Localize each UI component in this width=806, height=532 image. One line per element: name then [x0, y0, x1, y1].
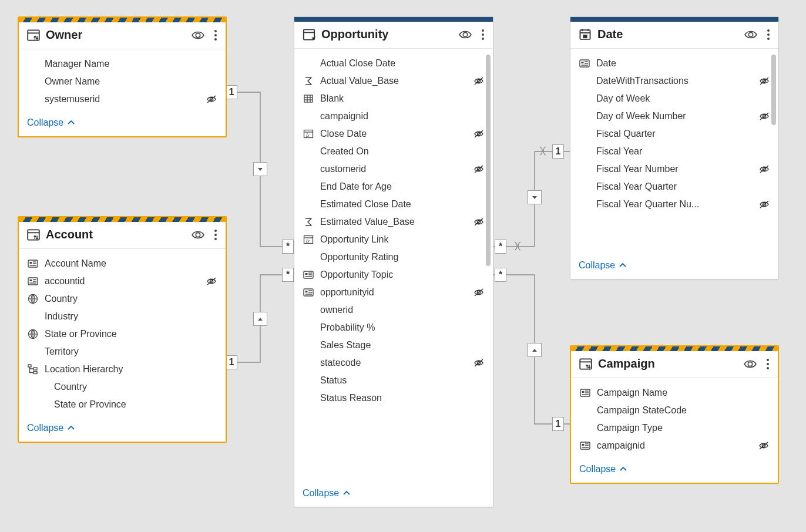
globe-icon [27, 294, 39, 304]
field-row[interactable]: Estimated Value_Base [297, 213, 491, 231]
table-card-date[interactable]: Date DateDateWithTransactionsDay of Week… [570, 16, 779, 280]
field-row[interactable]: Opportunity Rating [297, 248, 491, 266]
visibility-icon[interactable] [744, 28, 757, 41]
hidden-icon [206, 94, 219, 105]
field-row[interactable]: State or Province [21, 396, 223, 413]
collapse-button[interactable]: Collapse [19, 112, 226, 136]
field-label: Created On [320, 146, 467, 157]
field-row[interactable]: Blank [297, 90, 491, 107]
collapse-button[interactable]: Collapse [571, 458, 778, 483]
field-row[interactable]: Fiscal Year Quarter Nu... [573, 196, 776, 213]
field-row[interactable]: Sales Stage [297, 336, 491, 354]
field-row[interactable]: Fiscal Quarter [573, 125, 776, 143]
field-row[interactable]: statecode [297, 354, 491, 372]
more-menu-icon[interactable] [767, 28, 770, 41]
field-row[interactable]: Campaign Name [573, 384, 775, 402]
field-row[interactable]: Owner Name [21, 73, 223, 90]
field-row[interactable]: Opportunity Topic [297, 266, 491, 284]
field-row[interactable]: Status Reason [297, 389, 491, 407]
field-row[interactable]: Location Hierarchy [21, 361, 223, 378]
field-row[interactable]: opportunityid [297, 284, 491, 301]
table-card-opportunity[interactable]: Opportunity Actual Close DateActual Valu… [294, 16, 493, 507]
field-row[interactable]: ownerid [297, 301, 491, 319]
field-row[interactable]: DateWithTransactions [573, 72, 776, 90]
field-row[interactable]: Actual Value_Base [297, 72, 491, 90]
card-marker: 1 [552, 144, 564, 159]
collapse-button[interactable]: Collapse [19, 417, 226, 442]
field-row[interactable]: Opportunity Link [297, 231, 491, 248]
field-row[interactable]: Date [573, 55, 776, 72]
table-icon [27, 29, 40, 42]
field-row[interactable]: systemuserid [21, 90, 223, 108]
field-label: Day of Week [596, 93, 753, 104]
relation-direction-owner-opportunity[interactable] [253, 162, 267, 176]
field-row[interactable]: Day of Week Number [573, 107, 776, 125]
card-header[interactable]: Account [19, 222, 226, 249]
field-row[interactable]: Fiscal Year Quarter [573, 178, 776, 196]
table-icon [27, 228, 40, 241]
field-row[interactable]: Territory [21, 343, 223, 361]
more-menu-icon[interactable] [214, 228, 217, 241]
field-row[interactable]: Estimated Close Date [297, 196, 491, 213]
field-row[interactable]: Country [21, 378, 223, 396]
visibility-icon[interactable] [192, 29, 204, 42]
field-row[interactable]: Account Name [21, 255, 223, 272]
field-row[interactable]: Industry [21, 308, 223, 325]
chevron-up-icon [67, 424, 75, 432]
field-label: Opportunity Link [320, 234, 467, 245]
more-menu-icon[interactable] [214, 29, 217, 42]
collapse-button[interactable]: Collapse [570, 254, 778, 279]
field-row[interactable]: campaignid [573, 437, 775, 454]
collapse-label: Collapse [27, 423, 63, 433]
field-label: DateWithTransactions [596, 76, 753, 86]
field-row[interactable]: Manager Name [21, 55, 223, 73]
field-label: Country [45, 294, 200, 304]
more-menu-icon[interactable] [481, 28, 485, 41]
more-menu-icon[interactable] [766, 358, 770, 371]
visibility-icon[interactable] [459, 28, 472, 41]
card-header[interactable]: Opportunity [294, 22, 493, 49]
field-row[interactable]: Day of Week [573, 90, 776, 107]
collapse-button[interactable]: Collapse [294, 482, 493, 507]
field-row[interactable]: Probability % [297, 319, 491, 336]
visibility-icon[interactable] [192, 228, 204, 241]
relation-direction-account-opportunity[interactable] [253, 312, 267, 326]
relation-direction-opportunity-date[interactable] [528, 190, 542, 204]
card-header[interactable]: Owner [19, 22, 226, 49]
field-row[interactable]: customerid [297, 160, 491, 178]
field-row[interactable]: Fiscal Year Number [573, 160, 776, 178]
relation-direction-opportunity-campaign[interactable] [528, 343, 542, 357]
card-header[interactable]: Campaign [571, 351, 778, 378]
hidden-icon [473, 129, 486, 139]
field-row[interactable]: campaignid [297, 107, 491, 125]
field-row[interactable]: Created On [297, 143, 491, 160]
field-label: Campaign Name [597, 388, 752, 398]
card-header[interactable]: Date [570, 22, 778, 49]
field-row[interactable]: Fiscal Year [573, 143, 776, 160]
field-row[interactable]: End Date for Age [297, 178, 491, 196]
card-icon [27, 258, 39, 269]
card-icon [27, 276, 39, 287]
table-card-campaign[interactable]: Campaign Campaign NameCampaign StateCode… [570, 345, 779, 484]
scrollbar[interactable] [486, 55, 491, 476]
field-label: Close Date [320, 129, 467, 139]
scrollbar[interactable] [771, 55, 776, 248]
field-row[interactable]: State or Province [21, 325, 223, 343]
field-row[interactable]: Campaign StateCode [573, 402, 775, 419]
field-row[interactable]: Campaign Type [573, 419, 775, 437]
field-list: Account NameaccountidCountryIndustryStat… [19, 249, 226, 417]
field-label: customerid [320, 164, 467, 174]
visibility-icon[interactable] [744, 358, 757, 371]
card-icon [579, 58, 590, 69]
field-label: Fiscal Year Quarter [596, 181, 753, 192]
field-row[interactable]: Actual Close Date [297, 55, 491, 72]
table-card-account[interactable]: Account Account NameaccountidCountryIndu… [18, 216, 227, 443]
field-row[interactable]: Status [297, 372, 491, 389]
field-label: Fiscal Year Quarter Nu... [596, 199, 753, 210]
field-row[interactable]: accountid [21, 272, 223, 290]
field-row[interactable]: Close Date [297, 125, 491, 143]
field-row[interactable]: Country [21, 290, 223, 308]
field-label: Owner Name [45, 76, 200, 87]
table-card-owner[interactable]: Owner Manager NameOwner Namesystemuserid… [18, 16, 227, 137]
card-icon [579, 440, 591, 451]
